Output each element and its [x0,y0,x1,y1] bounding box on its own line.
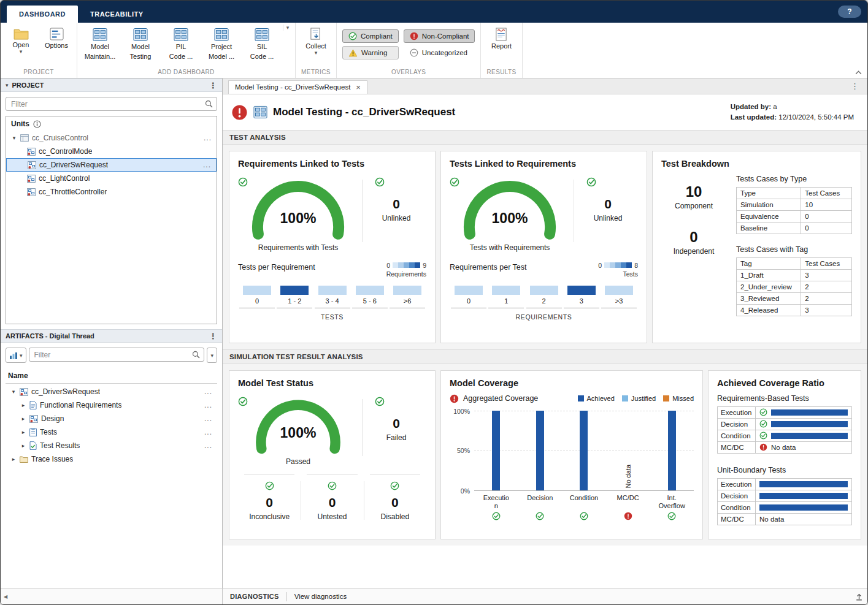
hist-bin-label: 2 [542,297,545,305]
close-icon[interactable]: × [356,84,361,91]
chevron-right-icon[interactable]: ▸ [20,416,26,422]
row-menu-button[interactable]: ... [204,428,215,436]
overlay-compliant-toggle[interactable]: Compliant [342,29,399,43]
add-sil-code-button[interactable]: SIL Code ... [242,25,282,63]
add-pil-code-button[interactable]: PIL Code ... [161,25,201,63]
chevron-down-icon[interactable]: ▾ [10,389,17,395]
tabbar-menu-icon[interactable]: ⋮ [851,82,859,91]
card-title: Requirements Linked to Tests [238,159,426,169]
ratio-bar [759,504,848,511]
collapse-ribbon-button[interactable] [855,70,862,75]
divider [574,180,574,242]
info-icon[interactable] [33,120,41,128]
x-axis-labels: Executio n Decision Condition MC/DC Int.… [474,491,694,511]
tab-dashboard[interactable]: DASHBOARD [7,6,78,23]
project-panel-menu-icon[interactable]: ⋮ [209,81,217,90]
overlay-noncompliant-toggle[interactable]: Non-Compliant [404,29,475,43]
open-button[interactable]: Open ▾ [4,25,38,55]
artifacts-filter-input[interactable] [29,348,205,362]
group-label-results: RESULTS [484,67,518,78]
unlinked-value: 0 [604,197,612,211]
chevron-right-icon[interactable]: ▸ [20,443,26,449]
hist-bin: 1 - 2 [277,286,312,308]
pass-icon [586,177,596,187]
chevron-down-icon[interactable]: ▾ [11,135,17,141]
pass-icon [759,420,767,428]
gallery-expand-button[interactable]: ▾ [283,25,292,31]
tree-item-cc-lightcontrol[interactable]: cc_LightControl [6,172,217,185]
artifacts-panel-header[interactable]: ARTIFACTS - Digital Thread ⋮ [1,329,222,343]
hist-bin-label: >3 [615,297,623,305]
ratio-row: Condition [718,501,852,513]
ratio-bar [759,481,848,487]
row-menu-button[interactable]: ... [204,134,214,142]
requirements-with-tests-gauge: 100% Requirements with Tests [238,175,358,252]
tree-item-cc-driverswrequest-root[interactable]: ▾ cc_DriverSwRequest ... [6,385,217,398]
tree-item-trace-issues[interactable]: ▸ Trace Issues [6,452,217,466]
tree-item-test-results[interactable]: ▸ Test Results ... [6,439,217,452]
project-filter-input[interactable] [6,97,217,111]
name-column-header[interactable]: Name [6,369,217,384]
chevron-down-icon: ▾ [6,82,9,88]
report-icon [495,28,507,41]
add-model-testing-button[interactable]: Model Testing [121,25,160,63]
overlay-uncategorized-toggle[interactable]: Uncategorized [404,46,475,59]
content-area: Model Testing - cc_DriverSwRequest × ⋮ M… [223,78,867,588]
breakdown-summary: 10 Component 0 Independent [661,175,726,335]
add-model-maintainability-button[interactable]: Model Maintain... [80,25,120,63]
chevron-right-icon[interactable]: ▸ [20,429,26,435]
options-button[interactable]: Options [39,25,74,50]
axis-tick-line [315,308,350,308]
chevron-right-icon[interactable]: ▸ [20,402,26,408]
coverage-bar-int-overflow [668,411,676,490]
project-panel-header[interactable]: ▾ PROJECT ⋮ [1,78,222,92]
scroll-left-icon[interactable]: ◀ [4,594,7,599]
project-node-icon [20,134,29,142]
tree-item-cc-throttlecontroller[interactable]: cc_ThrottleController [6,185,217,199]
pass-icon [238,177,248,187]
row-menu-button[interactable]: ... [204,401,215,409]
collect-button[interactable]: Collect ▾ [299,25,333,56]
popout-button[interactable] [855,593,863,601]
filter-options-dropdown[interactable]: ▾ [207,348,217,363]
row-menu-button[interactable]: ... [204,441,215,450]
project-panel-body: Units ▾ cc_CruiseControl ... cc_ControlM [1,92,222,329]
axis-tick-line [277,308,312,308]
units-tree: ▾ cc_CruiseControl ... cc_ControlMode cc… [6,130,217,199]
tree-item-cc-controlmode[interactable]: cc_ControlMode [6,145,217,158]
x-axis-label: TESTS [238,313,426,321]
noncompliant-error-icon [410,32,418,40]
row-menu-button[interactable]: ... [203,161,213,169]
add-project-model-button[interactable]: Project Model ... [202,25,241,63]
ratio-bar [771,421,848,427]
card-title: Tests Linked to Requirements [450,159,638,169]
chevron-right-icon[interactable]: ▸ [10,456,17,462]
unlinked-stat: 0 Unlinked [366,175,426,252]
report-button[interactable]: Report [484,25,518,51]
achieved-swatch [578,395,584,401]
row-menu-button[interactable]: ... [204,414,215,423]
tree-item-functional-requirements[interactable]: ▸ Functional Requirements ... [6,398,217,412]
tree-item-cc-cruisecontrol[interactable]: ▾ cc_CruiseControl ... [6,131,217,145]
artifact-view-dropdown[interactable]: ▾ [6,348,26,363]
tab-traceability[interactable]: TRACEABILITY [78,6,156,23]
hist-bin: 3 [564,286,599,308]
ratio-bar [771,409,848,416]
row-menu-button[interactable]: ... [204,387,215,396]
noncompliant-status-icon [231,104,248,121]
tree-item-tests[interactable]: ▸ Tests ... [6,425,217,439]
dashboard-icon [174,28,188,42]
model-icon [27,148,36,156]
aggregated-coverage-label: Aggregated Coverage [463,394,538,403]
tree-item-design[interactable]: ▸ Design ... [6,412,217,425]
tests-with-tag-table: Tag Test Cases 1_Draft 3 2_Under_review [736,257,852,316]
overlay-warning-toggle[interactable]: Warning [342,46,399,59]
divider [362,180,363,242]
artifacts-panel-menu-icon[interactable]: ⋮ [209,332,217,341]
tree-item-cc-driverswrequest[interactable]: cc_DriverSwRequest ... [6,158,217,172]
view-diagnostics-link[interactable]: View diagnostics [287,593,354,600]
help-button[interactable]: ? [838,6,861,18]
document-tab[interactable]: Model Testing - cc_DriverSwRequest × [228,80,367,94]
card-title: Model Coverage [450,378,694,388]
independent-label: Independent [661,247,726,256]
